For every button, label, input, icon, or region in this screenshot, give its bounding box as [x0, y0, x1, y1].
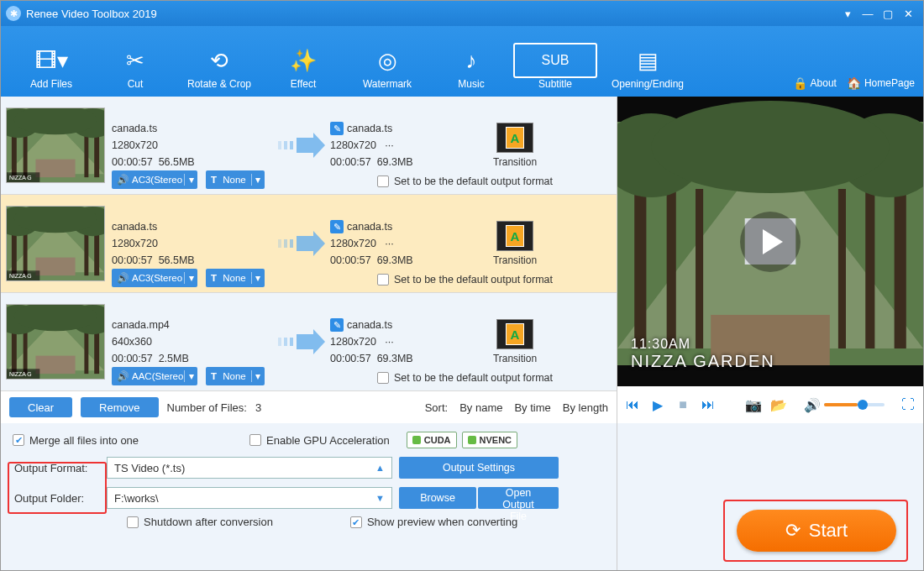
dest-filename: canada.ts [347, 317, 392, 333]
transition-button[interactable]: A Transition [490, 319, 540, 364]
svg-text:NIZZA G: NIZZA G [9, 273, 32, 279]
subtitle-icon: SUB [513, 43, 597, 78]
source-filename: canada.ts [112, 218, 271, 235]
next-button[interactable]: ⏭ [700, 397, 717, 412]
transition-button[interactable]: A Transition [490, 123, 540, 168]
open-folder-button[interactable]: 📂 [770, 397, 787, 413]
output-folder-combo[interactable]: F:\works\▼ [107, 487, 392, 509]
remove-button[interactable]: Remove [81, 397, 158, 417]
video-preview[interactable]: 11:30AM NIZZA GARDEN [617, 97, 923, 386]
sort-by-name[interactable]: By name [459, 401, 502, 414]
svg-marker-15 [297, 133, 325, 158]
svg-rect-28 [278, 239, 281, 248]
bottom-panel: Merge all files into one Enable GPU Acce… [1, 423, 617, 571]
svg-text:NIZZA G: NIZZA G [9, 175, 32, 181]
transition-button[interactable]: A Transition [490, 221, 540, 266]
source-duration: 00:00:57 [112, 254, 153, 266]
dest-size: 69.3MB [377, 353, 413, 364]
sort-by-length[interactable]: By length [563, 401, 608, 414]
dest-size: 69.3MB [377, 156, 413, 168]
close-window-button[interactable]: ✕ [898, 8, 918, 20]
svg-rect-54 [696, 189, 703, 348]
audio-track-dropdown[interactable]: 🔊AC3(Stereo 4▾ [112, 269, 197, 287]
volume-icon[interactable]: 🔊 [804, 397, 821, 413]
subtitle-track-dropdown[interactable]: T None▾ [206, 170, 265, 189]
app-logo-icon: ✱ [6, 6, 21, 21]
about-link[interactable]: 🔒About [793, 76, 837, 90]
tool-music[interactable]: ♪Music [429, 43, 513, 90]
cuda-badge: CUDA [407, 432, 457, 448]
file-count-value: 3 [255, 401, 261, 414]
svg-rect-36 [24, 327, 28, 374]
default-checkbox[interactable] [377, 274, 389, 286]
gpu-checkbox[interactable] [249, 434, 261, 446]
dropdown-window-button[interactable]: ▾ [837, 8, 858, 20]
tool-watermark[interactable]: ◎Watermark [345, 43, 429, 90]
stop-button[interactable]: ■ [675, 397, 691, 412]
output-format-combo[interactable]: TS Video (*.ts)▲ [107, 457, 392, 479]
preview-controls: ⏮ ▶ ■ ⏭ 📷 📂 🔊 ⛶ [617, 386, 923, 423]
minimize-window-button[interactable]: — [858, 8, 878, 20]
default-format-option[interactable]: Set to be the default output format [377, 274, 553, 286]
svg-point-60 [651, 101, 889, 193]
edit-icon[interactable]: ✎ [330, 122, 344, 135]
svg-rect-56 [865, 172, 874, 348]
source-thumbnail: NIZZA G [6, 206, 105, 281]
highlight-output-labels [8, 462, 107, 514]
tool-opening-ending[interactable]: ▤Opening/Ending [597, 43, 698, 90]
tool-label: Watermark [345, 78, 429, 90]
play-overlay-button[interactable] [740, 212, 801, 272]
show-preview-label: Show preview when converting [367, 516, 517, 528]
snapshot-button[interactable]: 📷 [745, 397, 762, 413]
edit-icon[interactable]: ✎ [330, 220, 344, 233]
default-checkbox[interactable] [377, 175, 389, 187]
shutdown-checkbox[interactable] [127, 516, 139, 528]
svg-rect-6 [84, 131, 88, 177]
source-duration: 00:00:57 [112, 353, 153, 364]
svg-rect-53 [667, 172, 676, 348]
clear-button[interactable]: Clear [9, 397, 72, 417]
tool-effect[interactable]: ✨Effect [261, 43, 345, 90]
output-settings-button[interactable]: Output Settings [399, 457, 559, 479]
default-checkbox[interactable] [377, 372, 389, 384]
merge-label: Merge all files into one [29, 434, 139, 447]
start-button[interactable]: ⟳ Start [737, 510, 896, 552]
play-button[interactable]: ▶ [649, 397, 666, 413]
svg-marker-31 [297, 231, 325, 256]
tool-subtitle[interactable]: SUBSubtitle [513, 43, 597, 90]
subtitle-track-dropdown[interactable]: T None▾ [206, 269, 265, 287]
svg-rect-38 [84, 327, 88, 374]
browse-button[interactable]: Browse [399, 487, 476, 509]
homepage-link[interactable]: 🏠HomePage [847, 76, 915, 90]
subtitle-track-dropdown[interactable]: T None▾ [206, 367, 265, 385]
tool-cut[interactable]: ✂Cut [93, 43, 177, 90]
edit-icon[interactable]: ✎ [330, 318, 344, 332]
sort-by-time[interactable]: By time [514, 401, 550, 414]
audio-track-dropdown[interactable]: 🔊AC3(Stereo 4▾ [112, 170, 197, 189]
volume-slider[interactable] [824, 403, 885, 406]
source-thumbnail: NIZZA G [6, 304, 105, 380]
tool-rotate-crop[interactable]: ⟲Rotate & Crop [177, 43, 261, 90]
nvenc-badge: NVENC [462, 432, 518, 448]
default-format-option[interactable]: Set to be the default output format [377, 372, 553, 384]
file-row[interactable]: NIZZA G canada.ts 1280x720 00:00:57 56.5… [1, 195, 617, 293]
show-preview-checkbox[interactable] [350, 516, 362, 528]
file-row[interactable]: NIZZA G canada.mp4 640x360 00:00:57 2.5M… [1, 293, 617, 391]
svg-rect-46 [290, 338, 293, 346]
maximize-window-button[interactable]: ▢ [878, 8, 898, 20]
svg-rect-44 [278, 338, 281, 346]
tool-label: Music [429, 78, 513, 90]
speaker-icon: 🔊 [117, 174, 129, 186]
default-format-option[interactable]: Set to be the default output format [377, 175, 553, 187]
audio-track-dropdown[interactable]: 🔊AAC(Stereo 4▾ [112, 367, 197, 385]
source-resolution: 640x360 [112, 333, 271, 350]
reel-icon: ◎ [345, 43, 429, 78]
file-row[interactable]: NIZZA G canada.ts 1280x720 00:00:57 56.5… [1, 97, 617, 195]
dest-filename: canada.ts [347, 218, 392, 235]
merge-checkbox[interactable] [13, 434, 24, 446]
open-output-file-button[interactable]: Open Output File [478, 487, 559, 509]
prev-button[interactable]: ⏮ [624, 397, 641, 412]
fullscreen-button[interactable]: ⛶ [900, 397, 916, 412]
tool-add-files[interactable]: 🎞▾Add Files [9, 43, 93, 90]
tool-label: Effect [261, 78, 345, 90]
